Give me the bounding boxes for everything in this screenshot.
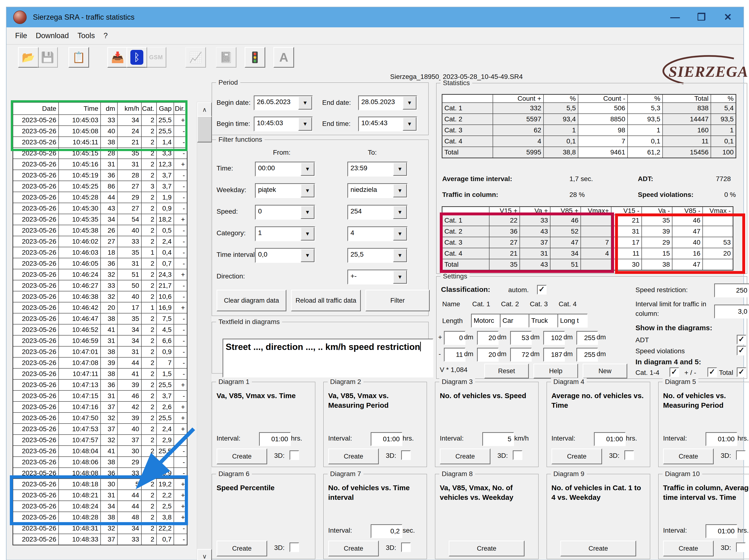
filter-button[interactable]: Filter: [365, 290, 430, 311]
chevron-down-icon[interactable]: ▼: [301, 205, 315, 219]
traffic-table-row[interactable]: 2023-05-26 10:45:11 38 21 2 1,4 -: [13, 137, 187, 148]
reload-all-traffic-data-button[interactable]: Reload all traffic data: [291, 290, 361, 311]
traffic-table-row[interactable]: 2023-05-26 10:45:03 33 34 2 25,5 +: [13, 115, 187, 126]
clear-diagram-data-button[interactable]: Clear diagram data: [216, 290, 286, 311]
plus-minus-checkbox[interactable]: [707, 367, 717, 377]
traffic-table-row[interactable]: 2023-05-26 10:45:30 43 27 2 0,9 -: [13, 203, 187, 214]
new-button[interactable]: New: [583, 364, 627, 378]
create-button[interactable]: Create: [328, 541, 379, 556]
end-date-select[interactable]: 28.05.2023▼: [358, 95, 417, 110]
filter-to-select[interactable]: 4▼: [347, 226, 408, 241]
length-plus-input[interactable]: 102: [543, 331, 565, 345]
traffic-table-row[interactable]: 2023-05-26 10:48:18 30 5 2 19,2 +: [13, 479, 187, 490]
traffic-table-row[interactable]: 2023-05-26 10:48:31 32 34 2 22,2 -: [13, 523, 187, 534]
length-minus-input[interactable]: 20: [477, 348, 499, 362]
length-input[interactable]: Car: [500, 314, 530, 328]
toolbar-button[interactable]: GSM: [146, 47, 166, 68]
cat-1-4-checkbox[interactable]: [669, 367, 679, 377]
length-minus-input[interactable]: 255: [576, 348, 598, 362]
menu-item[interactable]: ?: [104, 31, 108, 40]
create-button[interactable]: Create: [328, 448, 379, 464]
traffic-table-row[interactable]: 2023-05-26 10:45:16 31 31 2 12,3 +: [13, 159, 187, 170]
length-minus-input[interactable]: 11: [444, 348, 466, 362]
scroll-down-button[interactable]: ∨: [197, 549, 212, 560]
filter-to-select[interactable]: 254▼: [347, 205, 408, 220]
maximize-button[interactable]: ❒: [688, 9, 715, 25]
create-button[interactable]: Create: [552, 448, 602, 464]
toolbar-button[interactable]: 🚦: [244, 47, 265, 68]
traffic-table-row[interactable]: 2023-05-26 10:47:13 36 39 2 25,5 +: [13, 379, 187, 390]
traffic-table-row[interactable]: 2023-05-26 10:45:35 34 54 2 18,2 +: [13, 214, 187, 225]
length-input[interactable]: Motorc: [471, 314, 501, 328]
length-minus-input[interactable]: 187: [543, 348, 565, 362]
filter-to-select[interactable]: +-▼: [347, 270, 408, 285]
toolbar-button[interactable]: A: [274, 47, 294, 68]
traffic-table-row[interactable]: 2023-05-26 10:45:15 28 35 2 3,3 -: [13, 148, 187, 159]
begin-date-select[interactable]: 26.05.2023▼: [254, 95, 313, 110]
traffic-table-row[interactable]: 2023-05-26 10:46:27 33 50 2 21,7 -: [13, 280, 187, 291]
menu-item[interactable]: Download: [36, 31, 69, 40]
traffic-table-row[interactable]: 2023-05-26 10:46:24 32 51 2 24,3 +: [13, 269, 187, 280]
adt-checkbox[interactable]: [737, 335, 746, 344]
toolbar-button[interactable]: 📋: [68, 47, 89, 68]
scroll-up-button[interactable]: ∧: [197, 102, 212, 117]
d3-checkbox[interactable]: [736, 542, 746, 552]
create-button[interactable]: Create: [560, 541, 636, 556]
close-button[interactable]: ✕: [715, 9, 741, 25]
begin-time-select[interactable]: 10:45:03▼: [254, 116, 313, 131]
length-minus-input[interactable]: 72: [510, 348, 532, 362]
chevron-down-icon[interactable]: ▼: [298, 117, 312, 131]
d3-checkbox[interactable]: [290, 542, 299, 552]
end-time-select[interactable]: 10:45:43▼: [358, 116, 417, 131]
interval-input[interactable]: 01:00: [371, 432, 402, 446]
traffic-table-row[interactable]: 2023-05-26 10:47:01 38 31 2 0,9 -: [13, 346, 187, 357]
interval-input[interactable]: 01:00: [706, 524, 737, 538]
chevron-down-icon[interactable]: ▼: [393, 184, 407, 197]
toolbar-button[interactable]: 📂: [18, 47, 39, 68]
filter-to-select[interactable]: 25,5▼: [347, 248, 408, 263]
traffic-table-row[interactable]: 2023-05-26 10:45:38 26 40 2 0,5 -: [13, 225, 187, 236]
length-plus-input[interactable]: 255: [576, 331, 598, 345]
chevron-down-icon[interactable]: ▼: [393, 227, 407, 241]
filter-to-select[interactable]: niedziela▼: [347, 183, 408, 198]
interval-input[interactable]: 01:00: [706, 432, 737, 446]
chevron-down-icon[interactable]: ▼: [403, 117, 416, 131]
speed-restriction-input[interactable]: 250: [714, 284, 749, 297]
interval-limit-input[interactable]: 3,0: [714, 305, 749, 318]
traffic-table-row[interactable]: 2023-05-26 10:47:57 32 37 2 2,9 +: [13, 434, 187, 446]
toolbar-button[interactable]: 📈: [185, 47, 206, 68]
minimize-button[interactable]: —: [662, 9, 688, 25]
help-button[interactable]: Help: [533, 364, 578, 378]
traffic-table-row[interactable]: 2023-05-26 10:47:15 31 46 2 3,7 -: [13, 390, 187, 401]
chevron-down-icon[interactable]: ▼: [393, 270, 407, 284]
traffic-table-row[interactable]: 2023-05-26 10:48:24 34 44 2 2,5 +: [13, 501, 187, 512]
reset-button[interactable]: Reset: [484, 364, 529, 378]
chevron-down-icon[interactable]: ▼: [301, 162, 315, 176]
traffic-table-row[interactable]: 2023-05-26 10:48:04 41 30 2 25,5 -: [13, 446, 187, 457]
filter-from-select[interactable]: piątek▼: [255, 183, 315, 198]
traffic-table-row[interactable]: 2023-05-26 10:47:11 38 41 2 1,5 -: [13, 368, 187, 379]
create-button[interactable]: Create: [216, 448, 267, 464]
scrollbar-thumb[interactable]: [197, 116, 212, 142]
traffic-table-row[interactable]: 2023-05-26 10:48:21 31 44 2 2,2 +: [13, 490, 187, 501]
toolbar-button[interactable]: ᛒ: [127, 47, 147, 68]
diagram-textfield-input[interactable]: Street ..., direction ..., .. km/h speed…: [222, 339, 433, 378]
interval-input[interactable]: 0,2: [371, 524, 402, 538]
d3-checkbox[interactable]: [401, 450, 411, 460]
chevron-down-icon[interactable]: ▼: [393, 205, 407, 219]
toolbar-button[interactable]: 📓: [216, 47, 236, 68]
create-button[interactable]: Create: [663, 541, 714, 556]
chevron-down-icon[interactable]: ▼: [301, 249, 315, 262]
create-button[interactable]: Create: [216, 541, 267, 556]
traffic-table-row[interactable]: 2023-05-26 10:46:47 38 35 2 7,5 -: [13, 313, 187, 324]
filter-to-select[interactable]: 23:59▼: [347, 162, 408, 177]
toolbar-button[interactable]: 📥: [107, 47, 128, 68]
traffic-table-row[interactable]: 2023-05-26 10:45:28 44 29 2 1,9 -: [13, 192, 187, 203]
filter-from-select[interactable]: 00:00▼: [255, 162, 315, 177]
create-button[interactable]: Create: [663, 448, 714, 464]
traffic-table-row[interactable]: 2023-05-26 10:46:05 36 31 2 0,7 -: [13, 258, 187, 269]
traffic-table-row[interactable]: 2023-05-26 10:46:02 27 33 2 2,4 -: [13, 236, 187, 247]
traffic-table-row[interactable]: 2023-05-26 10:45:25 86 27 3 3,7 -: [13, 181, 187, 192]
traffic-table-row[interactable]: 2023-05-26 10:46:38 32 40 2 10,6 -: [13, 291, 187, 302]
chevron-down-icon[interactable]: ▼: [298, 96, 312, 110]
